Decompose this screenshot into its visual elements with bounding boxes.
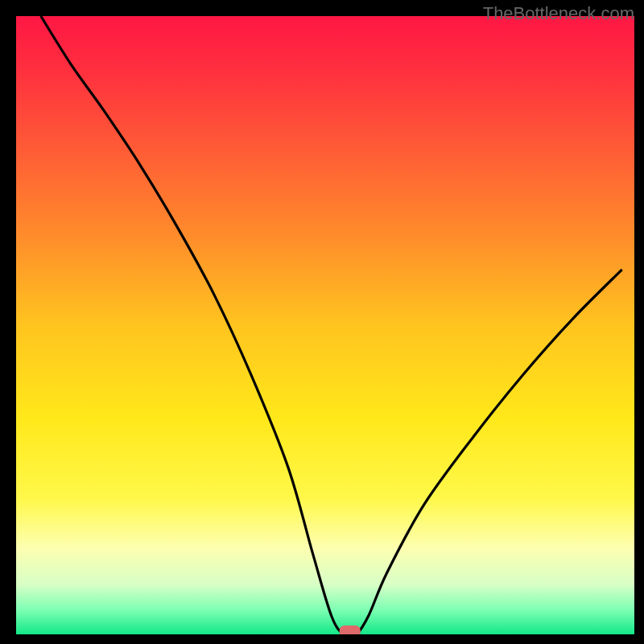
watermark-text: TheBottleneck.com — [483, 3, 634, 24]
bottleneck-chart — [16, 16, 634, 634]
chart-container — [16, 16, 634, 634]
optimal-marker — [340, 625, 361, 634]
gradient-background — [16, 16, 634, 634]
